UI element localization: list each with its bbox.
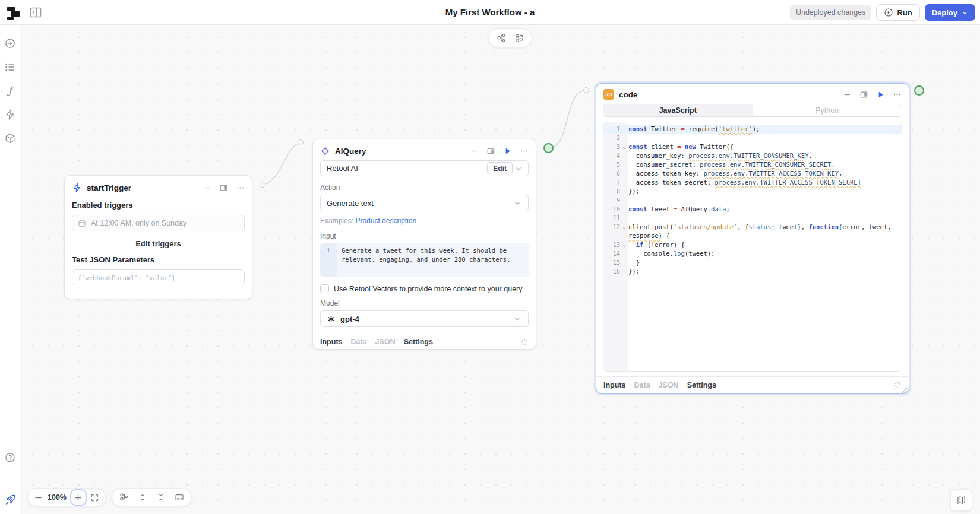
workflow-editor: My First Workflow - a Undeployed changes… (0, 0, 980, 514)
canvas-mode-toolbar (488, 28, 532, 47)
run-block-icon[interactable] (876, 90, 885, 99)
tab-json[interactable]: JSON (375, 338, 396, 346)
trigger-schedule-field[interactable]: At 12:00 AM, only on Sunday (72, 215, 245, 231)
node-starttrigger[interactable]: startTrigger Enabled triggers At 12:00 A… (64, 175, 252, 299)
more-options-icon[interactable] (893, 90, 902, 99)
auto-layout-icon[interactable] (119, 493, 129, 502)
more-options-icon[interactable] (520, 147, 529, 156)
code-line: 4 consumer_key: process.env.TWITTER_CONS… (603, 151, 902, 160)
tab-settings[interactable]: Settings (687, 381, 716, 389)
minimize-icon[interactable] (843, 90, 852, 99)
tab-inputs[interactable]: Inputs (320, 338, 343, 346)
language-tabs: JavaScript Python (603, 104, 902, 117)
action-select[interactable]: Generate text (320, 195, 529, 211)
code-line: 11 (603, 214, 902, 223)
resources-icon[interactable] (4, 132, 16, 144)
code-line: 16}); (603, 267, 902, 276)
collapse-vertical-icon[interactable] (156, 493, 166, 502)
starttrigger-output-port[interactable] (260, 182, 265, 188)
top-bar: My First Workflow - a Undeployed changes… (0, 0, 980, 25)
left-rail: ƒ (0, 25, 20, 514)
minimize-icon[interactable] (203, 183, 211, 192)
code-line: 12⌄client.post('statuses/update', {statu… (603, 223, 902, 240)
calendar-icon (78, 219, 86, 227)
code-line: 9 (603, 196, 902, 205)
test-json-label: Test JSON Parameters (72, 255, 245, 264)
zoom-out-button[interactable] (34, 493, 43, 502)
triggers-icon[interactable] (4, 109, 16, 120)
tab-data[interactable]: Data (351, 338, 367, 346)
refresh-spinner-icon (520, 338, 529, 346)
product-description-link[interactable]: Product description (355, 217, 416, 225)
open-panel-icon[interactable] (486, 147, 495, 156)
code-input-port[interactable] (583, 87, 589, 93)
code-output-port[interactable] (914, 85, 924, 96)
code-line: 5 consumer_secret: process.env.TWITTER_C… (603, 160, 902, 169)
chevron-down-icon (515, 165, 522, 172)
model-value: gpt-4 (340, 315, 511, 323)
line-number: 1 (320, 243, 337, 277)
node-aiquery[interactable]: AIQuery Retool AI Edit Action Generate t… (312, 139, 536, 350)
enabled-triggers-label: Enabled triggers (72, 201, 245, 210)
deploy-button[interactable]: Deploy (925, 4, 975, 21)
examples-row: Examples: Product description (320, 217, 529, 225)
code-editor[interactable]: 1const Twitter = require('twitter');2 3⌄… (603, 122, 902, 372)
open-panel-icon[interactable] (219, 183, 228, 192)
minimize-icon[interactable] (470, 147, 479, 156)
test-json-input[interactable] (72, 269, 245, 285)
release-rocket-icon[interactable] (4, 494, 16, 506)
edit-triggers-button[interactable]: Edit triggers (72, 239, 245, 248)
tab-data[interactable]: Data (634, 381, 650, 389)
trigger-schedule-value: At 12:00 AM, only on Sunday (91, 219, 186, 227)
vectors-label: Use Retool Vectors to provide more conte… (334, 285, 523, 293)
run-block-icon[interactable] (503, 147, 512, 156)
zoom-controls: 100% (27, 488, 106, 506)
tab-settings[interactable]: Settings (404, 338, 433, 346)
blocks-list-icon[interactable] (4, 61, 16, 73)
tab-python[interactable]: Python (753, 104, 902, 116)
aiquery-input-port[interactable] (298, 139, 304, 145)
ai-sparkle-icon (320, 146, 330, 156)
help-icon[interactable] (4, 452, 16, 464)
tab-javascript[interactable]: JavaScript (603, 104, 753, 116)
resource-value: Retool AI (327, 164, 487, 173)
code-editor-lines: 1const Twitter = require('twitter');2 3⌄… (603, 122, 902, 276)
minimap-toggle-button[interactable] (950, 489, 972, 511)
block-footer: Inputs Data JSON Settings (596, 376, 909, 393)
edit-resource-button[interactable]: Edit (487, 162, 513, 174)
vectors-checkbox[interactable] (320, 284, 329, 293)
resize-handle[interactable] (901, 385, 908, 392)
console-panel-icon[interactable] (175, 493, 184, 502)
block-list-view-icon[interactable] (514, 33, 524, 43)
code-line: 13⌄ if (!error) { (603, 240, 902, 249)
code-line: 2 (603, 134, 902, 142)
ai-input-text: Generate a tweet for this week. It shoul… (337, 243, 529, 277)
code-line: 7 access_token_secret: process.env.TWITT… (603, 178, 902, 187)
tab-json[interactable]: JSON (659, 381, 679, 389)
ai-input-editor[interactable]: 1 Generate a tweet for this week. It sho… (320, 243, 529, 277)
functions-icon[interactable]: ƒ (4, 85, 16, 97)
code-line: 1const Twitter = require('twitter'); (603, 125, 902, 134)
open-panel-icon[interactable] (859, 90, 868, 99)
more-options-icon[interactable] (236, 183, 245, 192)
tab-inputs[interactable]: Inputs (603, 381, 626, 389)
node-code[interactable]: JS code JavaScript Python 1const Twitter… (596, 83, 909, 394)
action-value: Generate text (327, 199, 511, 208)
resource-selector[interactable]: Retool AI Edit (320, 160, 529, 176)
expand-vertical-icon[interactable] (138, 493, 147, 502)
code-line: 14 console.log(tweet); (603, 249, 902, 258)
aiquery-output-port[interactable] (543, 143, 554, 153)
code-line: 10const tweet = AIQuery.data; (603, 205, 902, 214)
code-line: 3⌄const client = new Twitter({ (603, 142, 902, 151)
add-block-icon[interactable] (4, 37, 16, 49)
node-title: AIQuery (335, 147, 465, 156)
code-line: 8}); (603, 187, 902, 196)
graph-view-icon[interactable] (497, 33, 506, 43)
chevron-down-icon (962, 9, 968, 16)
chevron-down-icon (514, 199, 521, 207)
run-button[interactable]: Run (876, 4, 919, 21)
openai-icon (327, 315, 336, 323)
fit-to-screen-icon[interactable] (90, 493, 99, 502)
model-select[interactable]: gpt-4 (320, 310, 529, 327)
zoom-in-button[interactable] (71, 490, 86, 505)
